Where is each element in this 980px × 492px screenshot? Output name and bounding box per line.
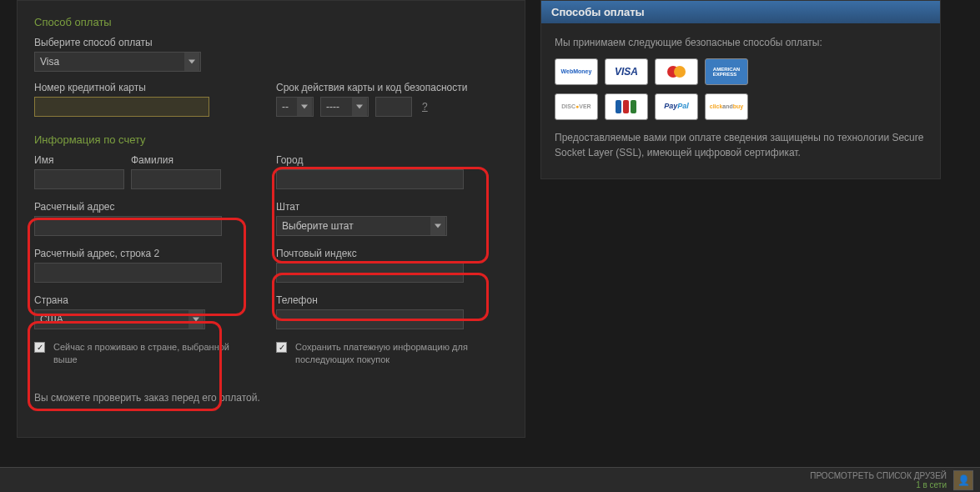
city-label: Город: [276, 154, 468, 166]
residency-checkbox-label: Сейчас я проживаю в стране, выбранной вы…: [53, 341, 234, 367]
residency-checkbox-row[interactable]: ✓ Сейчас я проживаю в стране, выбранной …: [34, 341, 234, 367]
payment-form-panel: Способ оплаты Выберите способ оплаты Vis…: [17, 0, 525, 438]
expiry-month-select[interactable]: --: [276, 97, 314, 117]
card-number-label: Номер кредитной карты: [34, 82, 234, 93]
sidebar-security-text: Предоставляемые вами при оплате сведения…: [555, 130, 927, 160]
phone-label: Телефон: [276, 294, 468, 306]
zip-label: Почтовый индекс: [276, 248, 468, 259]
billing-address2-input[interactable]: [34, 263, 222, 283]
friends-online-status: 1 в сети: [810, 480, 947, 489]
payment-methods-sidebar: Способы оплаты Мы принимаем следующие бе…: [540, 0, 941, 179]
webmoney-icon: WebMoney: [555, 58, 598, 85]
billing-address-input[interactable]: [34, 216, 222, 236]
chevron-down-icon: [430, 217, 445, 235]
cvv-input[interactable]: [375, 97, 412, 117]
visa-icon: VISA: [605, 58, 648, 85]
first-name-input[interactable]: [34, 169, 124, 189]
country-label: Страна: [34, 294, 234, 306]
country-select[interactable]: США: [34, 309, 205, 329]
checkbox-icon: ✓: [34, 342, 45, 353]
friends-bar[interactable]: ПРОСМОТРЕТЬ СПИСОК ДРУЗЕЙ 1 в сети 👤: [0, 467, 980, 492]
mastercard-icon: [655, 58, 698, 85]
chevron-down-icon: [188, 310, 204, 329]
payment-method-title: Способ оплаты: [34, 16, 508, 28]
avatar[interactable]: 👤: [953, 470, 973, 490]
card-number-input[interactable]: [34, 97, 209, 117]
expiry-label: Срок действия карты и код безопасности: [276, 82, 467, 93]
cvv-help-link[interactable]: ?: [422, 101, 428, 113]
sidebar-intro-text: Мы принимаем следующие безопасные способ…: [555, 35, 927, 50]
billing-address-label: Расчетный адрес: [34, 201, 234, 213]
payment-select-label: Выберите способ оплаты: [34, 37, 508, 48]
friends-list-title: ПРОСМОТРЕТЬ СПИСОК ДРУЗЕЙ: [810, 471, 947, 480]
review-order-note: Вы сможете проверить заказ перед его опл…: [34, 392, 508, 404]
expiry-year-select[interactable]: ----: [320, 97, 369, 117]
zip-input[interactable]: [276, 263, 464, 283]
amex-icon: AMERICANEXPRESS: [705, 58, 748, 85]
payment-method-select[interactable]: Visa: [34, 52, 201, 72]
payment-cards-row-2: DISC●VER PayPal clickandbuy: [555, 93, 927, 120]
chevron-down-icon: [352, 98, 367, 116]
jcb-icon: [605, 93, 648, 120]
city-input[interactable]: [276, 169, 464, 189]
chevron-down-icon: [297, 98, 312, 116]
svg-rect-3: [623, 100, 629, 113]
billing-info-title: Информация по счету: [34, 133, 508, 146]
state-label: Штат: [276, 201, 468, 213]
discover-icon: DISC●VER: [555, 93, 598, 120]
payment-cards-row-1: WebMoney VISA AMERICANEXPRESS: [555, 58, 927, 85]
chevron-down-icon: [184, 53, 199, 71]
first-name-label: Имя: [34, 154, 124, 166]
save-payment-checkbox-row[interactable]: ✓ Сохранить платежную информацию для пос…: [276, 341, 468, 367]
billing-address2-label: Расчетный адрес, строка 2: [34, 248, 234, 259]
svg-point-1: [674, 66, 686, 78]
save-payment-checkbox-label: Сохранить платежную информацию для после…: [295, 341, 468, 367]
last-name-label: Фамилия: [131, 154, 221, 166]
clickandbuy-icon: clickandbuy: [705, 93, 748, 120]
phone-input[interactable]: [276, 309, 464, 329]
svg-rect-4: [631, 100, 636, 113]
checkbox-icon: ✓: [276, 342, 287, 353]
svg-rect-2: [616, 100, 621, 113]
payment-method-value: Visa: [40, 56, 59, 68]
paypal-icon: PayPal: [655, 93, 698, 120]
last-name-input[interactable]: [131, 169, 221, 189]
sidebar-header: Способы оплаты: [541, 1, 940, 23]
state-select[interactable]: Выберите штат: [276, 216, 447, 236]
